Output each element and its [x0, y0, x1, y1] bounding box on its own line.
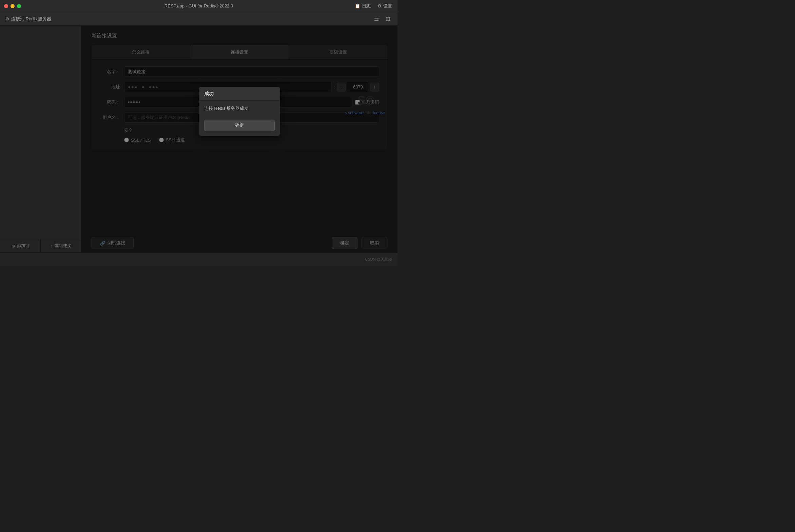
- sidebar: ⊕ 添加组 ↕ 重组连接: [0, 26, 82, 252]
- log-button[interactable]: 📋 日志: [355, 3, 371, 9]
- settings-button[interactable]: ⚙ 设置: [378, 3, 392, 9]
- layout-icon[interactable]: ⊞: [384, 15, 392, 23]
- modal-title: 成功: [204, 91, 275, 97]
- content-area: 新连接设置 怎么连接 连接设置 高级设置 名字：: [82, 26, 397, 252]
- status-bar: CSDN @天黑oo: [0, 252, 397, 266]
- modal-overlay: 成功 连接 Redis 服务器成功 确定: [82, 26, 397, 252]
- traffic-lights: [4, 4, 21, 8]
- app-title: RESP.app - GUI for Redis® 2022.3: [164, 3, 233, 8]
- add-icon: ⊕: [12, 244, 15, 248]
- list-view-icon[interactable]: ☰: [372, 15, 381, 23]
- maximize-button[interactable]: [17, 4, 21, 8]
- status-text: CSDN @天黑oo: [365, 257, 392, 262]
- modal-body: 连接 Redis 服务器成功: [199, 101, 280, 116]
- minimize-button[interactable]: [11, 4, 15, 8]
- add-group-button[interactable]: ⊕ 添加组: [0, 239, 41, 252]
- sidebar-bottom: ⊕ 添加组 ↕ 重组连接: [0, 239, 81, 252]
- close-button[interactable]: [4, 4, 8, 8]
- modal-footer: 确定: [199, 116, 280, 136]
- log-icon: 📋: [355, 3, 360, 8]
- gear-icon: ⚙: [378, 3, 382, 8]
- modal-confirm-button[interactable]: 确定: [204, 120, 275, 131]
- reconnect-icon: ↕: [51, 244, 53, 248]
- title-bar: RESP.app - GUI for Redis® 2022.3 📋 日志 ⚙ …: [0, 0, 397, 12]
- success-modal: 成功 连接 Redis 服务器成功 确定: [199, 87, 280, 136]
- reconnect-button[interactable]: ↕ 重组连接: [41, 239, 81, 252]
- toolbar-right-icons: ☰ ⊞: [372, 15, 392, 23]
- main-layout: ⊕ 添加组 ↕ 重组连接 新连接设置 怎么连接 连接设置 高级设置: [0, 26, 397, 252]
- modal-header: 成功: [199, 87, 280, 101]
- connect-redis-button[interactable]: ⊕ 连接到 Redis 服务器: [5, 16, 51, 22]
- title-bar-controls: 📋 日志 ⚙ 设置: [355, 3, 392, 9]
- plus-circle-icon: ⊕: [5, 16, 9, 21]
- toolbar: ⊕ 连接到 Redis 服务器 ☰ ⊞: [0, 12, 397, 26]
